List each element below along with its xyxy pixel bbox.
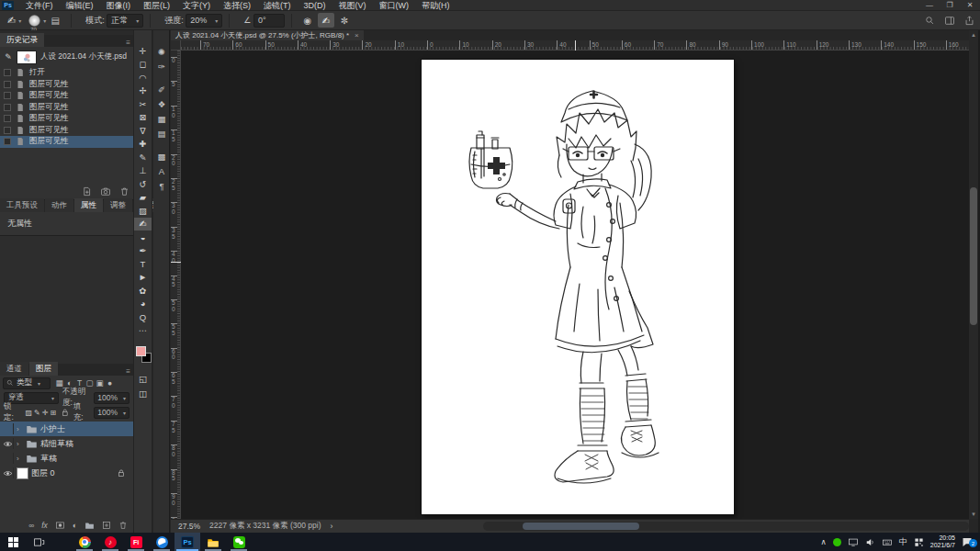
lock-icon[interactable]: ▨ — [26, 409, 33, 417]
layer-filter-icon[interactable]: ▣ — [95, 378, 105, 388]
add-mask-icon[interactable] — [55, 521, 65, 530]
artboard[interactable] — [422, 60, 734, 514]
close-tab-icon[interactable]: × — [355, 31, 359, 39]
adjustment-layer-icon[interactable]: ◐ — [73, 521, 77, 530]
panel-tab[interactable]: 通道 — [0, 362, 28, 376]
layer-row[interactable]: › 小护士 — [0, 422, 133, 436]
layer-row[interactable]: › 精细草稿 — [0, 436, 133, 451]
screen-mode-button[interactable]: ◫ — [134, 388, 152, 401]
collapsed-panel-icon[interactable]: ✺ — [153, 44, 170, 59]
history-step[interactable]: 图层可见性 — [0, 79, 133, 91]
tool-button[interactable]: ◕ — [134, 298, 152, 311]
status-chevron-icon[interactable]: › — [331, 522, 333, 531]
finger-painting-icon[interactable]: ✍ — [318, 13, 334, 28]
scroll-down-arrow[interactable]: ▼ — [969, 510, 978, 519]
lock-icon[interactable]: ✎ — [34, 409, 40, 417]
taskbar-clock[interactable]: 20:05 2021/6/7 — [930, 534, 955, 549]
tool-button[interactable]: ✂ — [134, 97, 152, 111]
restore-button[interactable]: ❐ — [940, 0, 960, 11]
history-brush-checkbox[interactable] — [4, 115, 11, 122]
share-icon[interactable] — [964, 16, 974, 26]
search-icon[interactable] — [925, 16, 935, 26]
layer-row[interactable]: › 图层 0 — [0, 466, 133, 480]
tray-wechat-icon[interactable] — [833, 538, 841, 546]
tray-keyboard-icon[interactable] — [882, 537, 893, 547]
history-brush-checkbox[interactable] — [4, 81, 11, 88]
layer-filter-select[interactable]: 类型 ▾ — [3, 377, 51, 389]
tool-button[interactable]: ⊥ — [134, 164, 152, 178]
tray-display-icon[interactable] — [848, 537, 859, 547]
new-document-from-state-icon[interactable] — [82, 186, 92, 197]
vertical-scrollbar-thumb[interactable] — [970, 187, 977, 325]
collapsed-panel-icon[interactable]: ✑ — [153, 59, 170, 73]
history-source-row[interactable]: ✎ 人设 2021.04 小天使.psd — [0, 47, 133, 67]
tool-button[interactable]: ✒ — [134, 244, 152, 258]
menu-item[interactable]: 图层(L) — [137, 0, 176, 11]
panel-menu-icon[interactable]: ≡ — [126, 367, 130, 376]
taskbar-red-app[interactable]: Fi — [123, 533, 149, 551]
layer-row[interactable]: › 草稿 — [0, 451, 133, 466]
expand-arrow-icon[interactable]: › — [17, 425, 23, 433]
tool-button[interactable]: ✍ — [134, 218, 152, 231]
collapsed-panel-icon[interactable]: ¶ — [153, 178, 170, 193]
opacity-input[interactable]: 100% ▾ — [94, 392, 130, 404]
history-step[interactable]: 打开 — [0, 67, 133, 79]
collapsed-panel-icon[interactable]: ▤ — [153, 126, 170, 141]
expand-arrow-icon[interactable]: › — [17, 455, 23, 463]
history-step[interactable]: 图层可见性 — [0, 90, 133, 102]
color-picker-widget[interactable] — [134, 344, 152, 368]
history-brush-checkbox[interactable] — [4, 104, 11, 111]
menu-item[interactable]: 选择(S) — [217, 0, 257, 11]
history-step[interactable]: 图层可见性 — [0, 136, 133, 148]
history-brush-source-icon[interactable]: ✎ — [4, 52, 13, 62]
snapshot-camera-icon[interactable] — [100, 186, 111, 197]
collapsed-panel-icon[interactable]: ▦ — [153, 111, 170, 126]
minimize-button[interactable]: — — [919, 0, 940, 11]
menu-item[interactable]: 视图(V) — [332, 0, 373, 11]
menu-item[interactable]: 文件(F) — [19, 0, 60, 11]
panel-tab[interactable]: 图层 — [29, 362, 58, 376]
layer-visibility-toggle[interactable] — [2, 423, 14, 434]
new-group-icon[interactable] — [84, 521, 95, 530]
history-step[interactable]: 图层可见性 — [0, 113, 133, 125]
history-step[interactable]: 图层可见性 — [0, 102, 133, 114]
menu-item[interactable]: 帮助(H) — [415, 0, 456, 11]
horizontal-scrollbar[interactable] — [483, 522, 969, 531]
menu-item[interactable]: 3D(D) — [298, 0, 332, 11]
task-view-button[interactable] — [26, 533, 51, 551]
taskbar-wechat[interactable] — [226, 533, 252, 551]
vertical-scrollbar[interactable]: ▲ ▼ — [969, 30, 978, 519]
taskbar-explorer[interactable] — [200, 533, 226, 551]
tray-expand-caret[interactable]: ∧ — [821, 537, 827, 546]
workspace-icon[interactable] — [944, 16, 955, 26]
taskbar-photoshop[interactable]: Ps — [175, 533, 200, 551]
foreground-color-swatch[interactable] — [136, 346, 146, 356]
history-brush-checkbox[interactable] — [4, 69, 11, 76]
tool-button[interactable]: ✢ — [134, 84, 152, 98]
layer-visibility-toggle[interactable] — [2, 438, 14, 449]
start-button[interactable] — [0, 533, 26, 551]
document-tab[interactable]: 人设 2021.04 小天使.psd @ 27.5% (小护士, RGB/8) … — [171, 30, 364, 40]
tool-button[interactable]: ✛ — [134, 44, 152, 58]
angle-input[interactable]: 0° — [253, 14, 285, 28]
mode-select[interactable]: 正常▾ — [107, 14, 143, 28]
tool-button[interactable]: ► — [134, 271, 152, 285]
menu-item[interactable]: 文字(Y) — [176, 0, 217, 11]
fill-input[interactable]: 100% ▾ — [94, 407, 130, 419]
layer-visibility-toggle[interactable] — [2, 453, 14, 464]
zoom-level[interactable]: 27.5% — [178, 522, 200, 531]
panel-tab[interactable]: 动作 — [45, 198, 73, 212]
new-layer-icon[interactable] — [102, 521, 111, 530]
close-button[interactable]: ✕ — [960, 0, 980, 11]
canvas-viewport[interactable]: 7060504030201001020304050607080901001101… — [171, 40, 969, 519]
tool-button[interactable]: ◠ — [134, 71, 152, 84]
strength-select[interactable]: 20%▾ — [186, 14, 222, 28]
tool-button[interactable]: ✚ — [134, 138, 152, 152]
quick-mask-button[interactable]: ◱ — [134, 372, 152, 386]
lock-icon[interactable]: ✛ — [42, 409, 49, 417]
tool-button[interactable]: ▰ — [134, 191, 152, 205]
tool-button[interactable]: ↺ — [134, 177, 152, 191]
panel-tab[interactable]: 工具预设 — [0, 198, 44, 212]
tool-button[interactable]: T — [134, 257, 152, 271]
tray-volume-icon[interactable] — [865, 537, 875, 547]
